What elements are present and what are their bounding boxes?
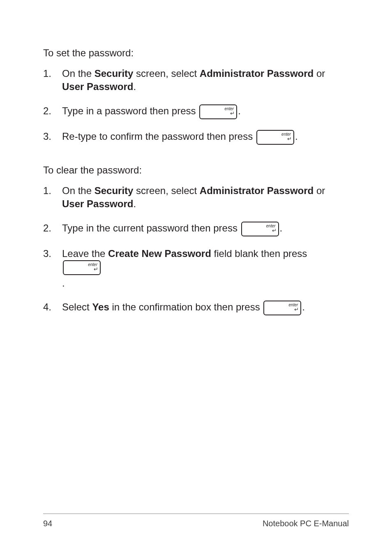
text: On the [62, 185, 95, 196]
text: . [295, 131, 298, 142]
enter-key-icon: enter↵ [241, 222, 279, 236]
enter-key-icon: enter↵ [256, 130, 294, 145]
bold-text: Administrator Password [200, 185, 314, 196]
list-number: 3. [43, 247, 62, 260]
list-number: 4. [43, 301, 62, 314]
page: To set the password: 1. On the Security … [0, 0, 392, 553]
list-item: 2. Type in a password then press enter↵. [43, 104, 349, 119]
enter-key-icon: enter↵ [263, 301, 301, 315]
list-body: Type in the current password then press … [62, 222, 349, 236]
list-body: Re-type to confirm the password then pre… [62, 130, 349, 145]
enter-key-icon: enter↵ [63, 260, 101, 275]
footer-title: Notebook PC E-Manual [263, 519, 349, 528]
list-body: Select Yes in the confirmation box then … [62, 301, 349, 315]
list-number: 1. [43, 67, 62, 80]
list-number: 2. [43, 222, 62, 235]
page-footer: 94 Notebook PC E-Manual [43, 514, 349, 528]
list-item: 3. Re-type to confirm the password then … [43, 130, 349, 145]
instruction-list: 1. On the Security screen, select Admini… [43, 67, 349, 145]
text: . [133, 198, 136, 209]
list-body: Type in a password then press enter↵. [62, 104, 349, 119]
content: To set the password: 1. On the Security … [43, 47, 349, 514]
text: Type in the current password then press [62, 222, 240, 234]
text: . [62, 277, 349, 290]
key-arrow-icon: ↵ [266, 228, 276, 233]
list-number: 2. [43, 104, 62, 118]
list-number: 1. [43, 184, 62, 197]
section-heading: To set the password: [43, 47, 349, 59]
bold-text: User Password [62, 81, 133, 92]
bold-text: User Password [62, 198, 133, 209]
text: . [133, 81, 136, 92]
list-body: On the Security screen, select Administr… [62, 184, 349, 211]
list-item: 3. Leave the Create New Password field b… [43, 247, 349, 290]
page-number: 94 [43, 519, 52, 528]
text: . [302, 302, 305, 313]
text: . [280, 222, 283, 234]
list-item: 1. On the Security screen, select Admini… [43, 184, 349, 211]
text: Leave the [62, 248, 108, 259]
text: Re-type to confirm the password then pre… [62, 131, 256, 142]
text: in the confirmation box then press [109, 302, 263, 313]
instruction-list: 1. On the Security screen, select Admini… [43, 184, 349, 316]
enter-key-icon: enter↵ [199, 104, 237, 119]
text: Type in a password then press [62, 105, 198, 116]
key-arrow-icon: ↵ [224, 111, 234, 116]
list-body: Leave the Create New Password field blan… [62, 247, 349, 290]
text: . [238, 105, 241, 116]
text: Select [62, 302, 92, 313]
text: On the [62, 68, 95, 79]
list-number: 3. [43, 130, 62, 143]
text: screen, select [133, 68, 199, 79]
bold-text: Administrator Password [200, 68, 314, 79]
bold-text: Yes [92, 302, 109, 313]
list-item: 1. On the Security screen, select Admini… [43, 67, 349, 94]
bold-text: Security [95, 68, 134, 79]
text: or [314, 185, 325, 196]
key-arrow-icon: ↵ [289, 307, 298, 312]
list-body: On the Security screen, select Administr… [62, 67, 349, 94]
text: or [314, 68, 325, 79]
text: screen, select [133, 185, 199, 196]
bold-text: Create New Password [108, 248, 211, 259]
list-item: 2. Type in the current password then pre… [43, 222, 349, 236]
key-arrow-icon: ↵ [88, 266, 97, 272]
list-item: 4. Select Yes in the confirmation box th… [43, 301, 349, 315]
text: field blank then press [211, 248, 307, 259]
section-heading: To clear the password: [43, 164, 349, 176]
bold-text: Security [95, 185, 134, 196]
key-arrow-icon: ↵ [281, 136, 291, 141]
